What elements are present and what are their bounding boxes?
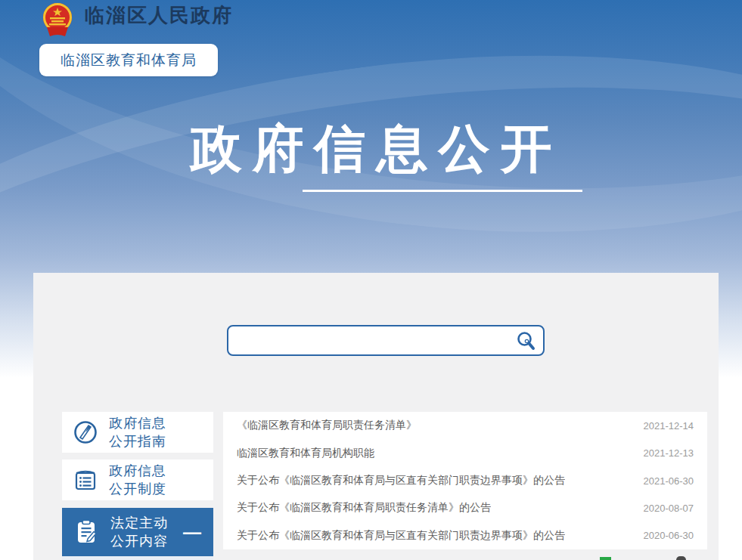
title-underline	[303, 190, 582, 192]
clipboard-pencil-icon	[73, 518, 100, 546]
article-title[interactable]: 关于公布《临淄区教育和体育局与区直有关部门职责边界事项》的公告	[237, 529, 565, 543]
article-list-item[interactable]: 关于公布《临淄区教育和体育局与区直有关部门职责边界事项》的公告 2020-06-…	[223, 522, 707, 549]
article-title[interactable]: 关于公布《临淄区教育和体育局职责任务清单》的公告	[237, 501, 491, 515]
search-input[interactable]	[228, 326, 515, 354]
china-national-emblem-icon	[39, 2, 76, 38]
article-date: 2020-06-30	[644, 530, 694, 541]
article-list: 《临淄区教育和体育局职责任务清单》 2021-12-14 临淄区教育和体育局机构…	[223, 412, 707, 549]
article-date: 2020-08-07	[644, 503, 694, 514]
sidebar-item-statutory-disclosure[interactable]: 法定主动 公开内容 —	[62, 508, 213, 556]
sidebar-item-label: 法定主动 公开内容	[110, 514, 168, 550]
article-title[interactable]: 关于公布《临淄区教育和体育局与区直有关部门职责边界事项》的公告	[237, 474, 565, 487]
site-header: 临淄区人民政府	[39, 2, 233, 38]
site-name: 临淄区人民政府	[85, 2, 233, 29]
notebook-icon	[73, 467, 98, 493]
article-list-item[interactable]: 《临淄区教育和体育局职责任务清单》 2021-12-14	[223, 412, 707, 439]
search-icon	[515, 330, 536, 351]
article-title[interactable]: 临淄区教育和体育局机构职能	[237, 447, 374, 460]
sidebar-next-item-cutoff	[62, 556, 213, 560]
article-title[interactable]: 《临淄区教育和体育局职责任务清单》	[237, 419, 417, 432]
page-title: 政府信息公开	[0, 115, 742, 184]
sidebar-item-guide[interactable]: 政府信息 公开指南	[62, 412, 213, 453]
sidebar-item-rules[interactable]: 政府信息 公开制度	[62, 459, 213, 500]
article-list-item[interactable]: 关于公布《临淄区教育和体育局职责任务清单》的公告 2020-08-07	[223, 494, 707, 521]
article-date: 2021-12-14	[644, 420, 694, 432]
article-list-item[interactable]: 关于公布《临淄区教育和体育局与区直有关部门职责边界事项》的公告 2021-06-…	[223, 467, 707, 494]
content-panel: 政府信息 公开指南 政府信息 公开制度	[33, 273, 719, 560]
cutoff-dark-icon	[676, 556, 686, 560]
compass-icon	[73, 419, 98, 445]
article-list-item[interactable]: 临淄区教育和体育局机构职能 2021-12-13	[223, 439, 707, 466]
search-box	[227, 325, 545, 356]
cutoff-green-icon	[600, 557, 611, 560]
collapse-minus-icon[interactable]: —	[183, 523, 201, 541]
article-date: 2021-06-30	[644, 475, 694, 487]
department-button[interactable]: 临淄区教育和体育局	[39, 44, 218, 76]
sidebar-item-label: 政府信息 公开制度	[109, 462, 166, 498]
search-button[interactable]	[515, 330, 543, 351]
sidebar-item-label: 政府信息 公开指南	[109, 414, 166, 450]
article-date: 2021-12-13	[644, 447, 694, 459]
page: 临淄区人民政府 临淄区教育和体育局 政府信息公开	[0, 0, 742, 560]
